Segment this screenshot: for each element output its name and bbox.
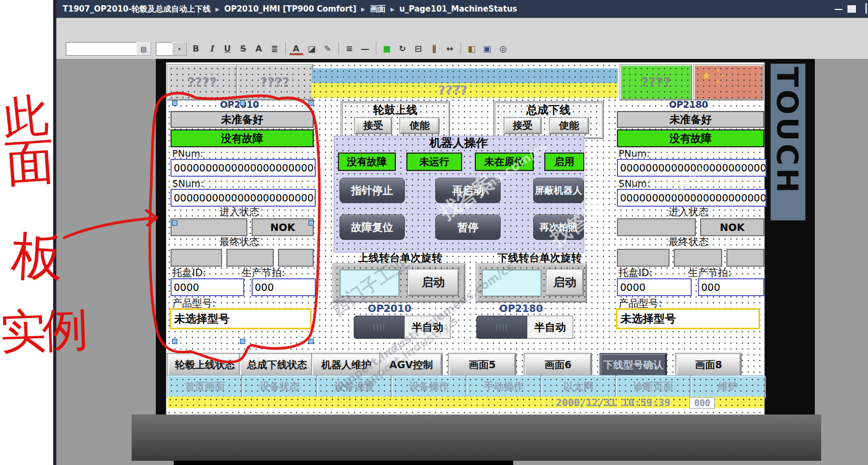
underline-button[interactable]: U <box>220 41 235 56</box>
op2010-final-box-2[interactable] <box>226 249 274 267</box>
op2010-fault-status[interactable]: 没有故障 <box>171 129 314 147</box>
turntable-offline-start-button[interactable]: 启动 <box>546 269 583 296</box>
op2010-entry-state-box[interactable] <box>171 218 247 236</box>
op2180-pnum-field[interactable]: 000000000000000000000000 <box>617 159 766 177</box>
robot-shield-button[interactable]: 屏蔽机器人 <box>533 178 584 203</box>
style-name-input[interactable] <box>66 42 137 56</box>
style-list-button[interactable]: ▤ <box>136 42 151 56</box>
op2180-entry-result-box[interactable]: NOK <box>700 218 764 236</box>
robot-rephoto-button[interactable]: 再次拍照 <box>533 215 584 240</box>
robot-restart-button[interactable]: 再启动 <box>435 178 501 203</box>
turntable-online-indicator[interactable] <box>340 269 400 297</box>
op2010-final-box-1[interactable] <box>171 249 222 267</box>
system-tab-device-status[interactable]: 设备状态 <box>242 376 317 398</box>
template-button-2[interactable]: ???? <box>237 65 313 100</box>
selection-handle[interactable] <box>308 220 314 226</box>
op2010-tray-field[interactable]: 0000 <box>171 278 244 296</box>
op2180-final-box-3[interactable] <box>726 249 764 267</box>
status-milliseconds[interactable]: 000 <box>690 397 715 409</box>
robot-status-no-fault[interactable]: 没有故障 <box>338 153 396 171</box>
nav-tab-screen6[interactable]: 画面6 <box>524 353 592 377</box>
op2010-final-box-3[interactable] <box>278 249 314 267</box>
selection-handle[interactable] <box>240 100 245 106</box>
op2180-final-box-2[interactable] <box>674 249 722 267</box>
system-tab-home[interactable]: 首页画面 <box>167 376 242 398</box>
template-button-1[interactable]: ???? <box>167 65 237 100</box>
zoom-area-button[interactable]: ◎ <box>496 41 511 56</box>
strikethrough-button[interactable]: S <box>236 41 251 56</box>
mode-op2010-switch-label[interactable]: 半自动 <box>404 316 451 339</box>
op2010-product-field[interactable]: 未选择型号 <box>169 308 312 329</box>
selection-handle[interactable] <box>172 339 177 344</box>
robot-pause-button[interactable]: 暂停 <box>435 215 501 240</box>
op2010-ready-status[interactable]: 未准备好 <box>171 111 314 128</box>
assembly-offline-accept-button[interactable]: 接受 <box>504 118 541 134</box>
op2180-final-box-1[interactable] <box>617 249 670 267</box>
nav-tab-robot-maintenance[interactable]: 机器人维护 <box>312 353 381 377</box>
italic-button[interactable]: I <box>204 41 219 56</box>
op2180-product-field[interactable]: 未选择型号 <box>616 308 760 329</box>
system-tab-device-settings[interactable]: 设备设置 <box>317 376 392 398</box>
template-flag-button[interactable]: ★ ★ ★ ★ <box>694 65 763 100</box>
op2010-snum-field[interactable]: 000000000000000000000000 <box>171 189 316 207</box>
robot-fault-reset-button[interactable]: 故障复位 <box>340 215 405 240</box>
minimize-button[interactable]: — <box>833 2 844 15</box>
op2180-entry-state-box[interactable] <box>617 218 696 236</box>
system-tab-ethernet[interactable]: 以太网 <box>541 376 616 398</box>
op2010-entry-result-box[interactable]: NOK <box>252 218 314 236</box>
resize-button[interactable]: ↔ <box>443 41 457 56</box>
line-style-button[interactable]: ≡ <box>342 41 357 56</box>
font-size-button[interactable]: A <box>252 41 266 56</box>
nav-tab-screen5[interactable]: 画面5 <box>448 353 516 377</box>
breadcrumb-screens[interactable]: 画面 <box>370 4 386 14</box>
format-paint-button[interactable]: ◧ <box>464 41 479 56</box>
selection-handle[interactable] <box>240 339 245 344</box>
op2180-fault-status[interactable]: 没有故障 <box>617 129 764 147</box>
distribute-button[interactable]: ∥ <box>427 41 442 56</box>
op2010-pnum-field[interactable]: 000000000000000000000000 <box>171 159 316 177</box>
breadcrumb-screen-name[interactable]: u_Page101_MachineStatus <box>399 4 517 14</box>
wheel-online-enable-button[interactable]: 使能 <box>400 118 439 134</box>
nav-tab-screen8[interactable]: 画面8 <box>676 353 741 377</box>
restore-icon[interactable] <box>847 5 856 13</box>
object-order-button[interactable]: ▣ <box>480 41 495 56</box>
font-size-dropdown[interactable]: ▾ <box>172 42 187 56</box>
font-size-input[interactable] <box>156 42 174 56</box>
object-color-button[interactable]: ■ <box>380 41 394 56</box>
op2180-snum-field[interactable]: 000000000000000000000000 <box>617 189 766 207</box>
robot-pointer-stop-button[interactable]: 指针停止 <box>340 178 405 203</box>
text-align-button[interactable]: ≣ <box>267 41 282 56</box>
wheel-online-accept-button[interactable]: 接受 <box>355 118 392 134</box>
system-tab-device-operation[interactable]: 设备操作 <box>392 376 466 398</box>
bold-button[interactable]: B <box>188 41 203 56</box>
border-color-button[interactable]: ✎ <box>321 41 335 56</box>
system-tab-diagnostics[interactable]: 诊断页面 <box>616 376 691 398</box>
op2180-cycle-field[interactable]: 000 <box>698 278 764 296</box>
op2180-tray-field[interactable]: 0000 <box>617 278 692 296</box>
font-color-button[interactable]: A <box>289 41 304 56</box>
system-tab-manual-operation[interactable]: 手动操作 <box>466 376 541 398</box>
selection-handle[interactable] <box>308 100 314 106</box>
assembly-offline-enable-button[interactable]: 使能 <box>550 118 588 134</box>
nav-tab-agv-control[interactable]: AGV控制 <box>380 353 442 377</box>
selection-handle[interactable] <box>308 339 314 344</box>
op2010-cycle-field[interactable]: 000 <box>252 278 316 296</box>
nav-tab-assembly-offline-status[interactable]: 总成下线状态 <box>240 353 315 377</box>
nav-tab-wheel-online-status[interactable]: 轮毂上线状态 <box>167 353 243 377</box>
nav-tab-offline-model-confirm[interactable]: 下线型号确认 <box>600 353 666 377</box>
op2180-ready-status[interactable]: 未准备好 <box>617 111 764 128</box>
fill-color-button[interactable]: ◪ <box>305 41 320 56</box>
mode-op2010-switch[interactable]: |||| <box>354 316 405 339</box>
line-width-button[interactable]: — <box>358 41 373 56</box>
breadcrumb-device[interactable]: OP2010_HMI [TP900 Comfort] <box>224 4 356 14</box>
robot-status-not-home[interactable]: 未在原位 <box>475 153 534 171</box>
robot-status-enabled[interactable]: 启用 <box>544 153 584 171</box>
robot-status-not-running[interactable]: 未运行 <box>406 153 462 171</box>
rotate-button[interactable]: ↻ <box>395 41 410 56</box>
system-tab-maintenance[interactable]: 维护 <box>691 376 765 398</box>
selection-handle[interactable] <box>172 100 177 106</box>
align-objects-button[interactable]: ⊟ <box>411 41 426 56</box>
turntable-offline-indicator[interactable] <box>482 269 542 297</box>
breadcrumb-project[interactable]: T1907_OP2010-轮毂及总成自动上下线 <box>63 4 211 14</box>
selection-handle[interactable] <box>172 220 177 226</box>
